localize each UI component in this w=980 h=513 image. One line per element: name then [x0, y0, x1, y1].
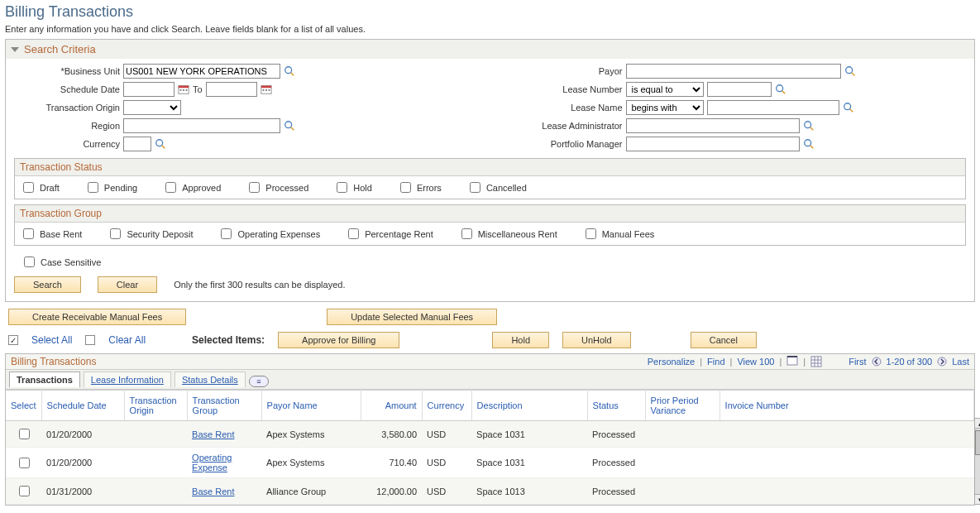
calendar-icon[interactable] [261, 84, 272, 95]
tab-status-details[interactable]: Status Details [174, 372, 246, 387]
col-header[interactable]: Schedule Date [41, 391, 124, 421]
transaction-origin-select[interactable] [123, 100, 181, 115]
search-criteria-header[interactable]: Search Criteria [6, 40, 974, 59]
business-unit-input[interactable] [123, 64, 280, 79]
schedule-date-to-input[interactable] [206, 82, 257, 97]
lookup-icon[interactable] [843, 102, 854, 113]
scroll-thumb[interactable] [975, 430, 980, 455]
create-fees-button[interactable]: Create Receivable Manual Fees [8, 309, 186, 325]
status-checkbox[interactable] [88, 182, 98, 193]
lookup-icon[interactable] [284, 65, 295, 77]
page-title: Billing Transactions [5, 3, 975, 21]
clear-button[interactable]: Clear [98, 276, 157, 293]
lookup-icon[interactable] [803, 120, 815, 132]
approve-button[interactable]: Approve for Billing [278, 332, 399, 348]
last-link[interactable]: Last [952, 357, 969, 367]
find-link[interactable]: Find [707, 357, 724, 367]
cell-currency: USD [422, 448, 471, 478]
next-icon[interactable] [937, 357, 947, 367]
payor-input[interactable] [626, 64, 841, 79]
col-header[interactable]: Currency [422, 391, 471, 421]
cell-invoice [719, 478, 973, 505]
personalize-link[interactable]: Personalize [648, 357, 695, 367]
col-header[interactable]: Prior Period Variance [645, 391, 719, 421]
status-checkbox[interactable] [249, 182, 260, 193]
col-header[interactable]: Transaction Group [187, 391, 261, 421]
unhold-button[interactable]: UnHold [562, 332, 631, 348]
select-all-link[interactable]: Select All [31, 334, 72, 346]
lease-admin-label: Lease Administrator [515, 121, 623, 131]
cell-payor: Apex Systems [261, 448, 361, 478]
lease-number-op-select[interactable]: is equal to [626, 82, 704, 97]
col-header[interactable]: Amount [361, 391, 422, 421]
region-input[interactable] [123, 118, 280, 133]
status-checkbox[interactable] [337, 182, 347, 193]
status-checkbox[interactable] [470, 182, 480, 193]
status-checkbox[interactable] [23, 182, 34, 193]
col-header[interactable]: Transaction Origin [124, 391, 187, 421]
zoom-icon[interactable] [786, 356, 798, 367]
col-header[interactable]: Description [471, 391, 587, 421]
calendar-icon[interactable] [178, 84, 189, 95]
cell-group[interactable]: Base Rent [187, 478, 261, 505]
schedule-date-from-input[interactable] [123, 82, 174, 97]
col-header[interactable]: Invoice Number [719, 391, 973, 421]
row-select-checkbox[interactable] [19, 429, 30, 439]
col-header[interactable]: Status [587, 391, 645, 421]
status-label: Draft [40, 183, 60, 193]
tab-transactions[interactable]: Transactions [9, 372, 80, 387]
scroll-up-icon[interactable]: ▴ [975, 419, 980, 429]
schedule-date-label: Schedule Date [12, 84, 120, 94]
status-checkbox[interactable] [165, 182, 176, 193]
group-checkbox[interactable] [23, 228, 34, 239]
update-fees-button[interactable]: Update Selected Manual Fees [327, 309, 497, 325]
portfolio-mgr-input[interactable] [626, 137, 800, 151]
lookup-icon[interactable] [803, 138, 815, 150]
status-option: Pending [84, 180, 137, 195]
group-checkbox[interactable] [110, 228, 121, 239]
lookup-icon[interactable] [284, 120, 295, 132]
case-sensitive-checkbox[interactable] [24, 256, 35, 267]
cell-payor: Apex Systems [261, 421, 361, 448]
lookup-icon[interactable] [775, 84, 786, 95]
group-checkbox[interactable] [461, 228, 472, 239]
group-label: Security Deposit [127, 229, 193, 239]
group-checkbox[interactable] [586, 228, 596, 239]
cell-group[interactable]: Operating Expense [187, 448, 261, 478]
vertical-scrollbar[interactable]: ▴ ▾ [974, 418, 980, 505]
group-checkbox[interactable] [348, 228, 359, 239]
col-header[interactable]: Payor Name [261, 391, 361, 421]
status-option: Processed [246, 180, 308, 195]
lease-name-op-select[interactable]: begins with [626, 100, 704, 115]
table-row: 01/31/2000Base RentAlliance Group12,000.… [6, 478, 974, 505]
select-all-checkbox[interactable]: ✓ [8, 335, 18, 345]
first-link[interactable]: First [849, 357, 866, 367]
download-grid-icon[interactable] [810, 356, 822, 367]
clear-all-link[interactable]: Clear All [108, 334, 146, 346]
col-header[interactable]: Select [6, 391, 41, 421]
view100-link[interactable]: View 100 [737, 357, 774, 367]
row-select-checkbox[interactable] [19, 486, 30, 496]
tab-lease-information[interactable]: Lease Information [84, 372, 171, 387]
currency-input[interactable] [123, 137, 151, 151]
cancel-button[interactable]: Cancel [691, 332, 757, 348]
group-checkbox[interactable] [221, 228, 232, 239]
group-option: Security Deposit [107, 226, 193, 242]
lease-name-input[interactable] [707, 100, 839, 115]
cell-group[interactable]: Base Rent [187, 421, 261, 448]
cell-origin [124, 448, 187, 478]
row-select-checkbox[interactable] [19, 458, 30, 468]
hold-button[interactable]: Hold [492, 332, 549, 348]
scroll-down-icon[interactable]: ▾ [975, 494, 980, 504]
search-button[interactable]: Search [14, 276, 81, 293]
status-checkbox[interactable] [400, 182, 411, 193]
lookup-icon[interactable] [155, 138, 166, 150]
lookup-icon[interactable] [844, 65, 856, 77]
clear-all-checkbox[interactable] [85, 335, 95, 345]
lease-admin-input[interactable] [626, 118, 800, 133]
lease-number-input[interactable] [707, 82, 772, 97]
prev-icon[interactable] [872, 357, 882, 367]
show-all-tabs-icon[interactable]: ≡ [249, 376, 269, 387]
portfolio-mgr-label: Portfolio Manager [515, 139, 623, 149]
cell-ppv [645, 478, 719, 505]
